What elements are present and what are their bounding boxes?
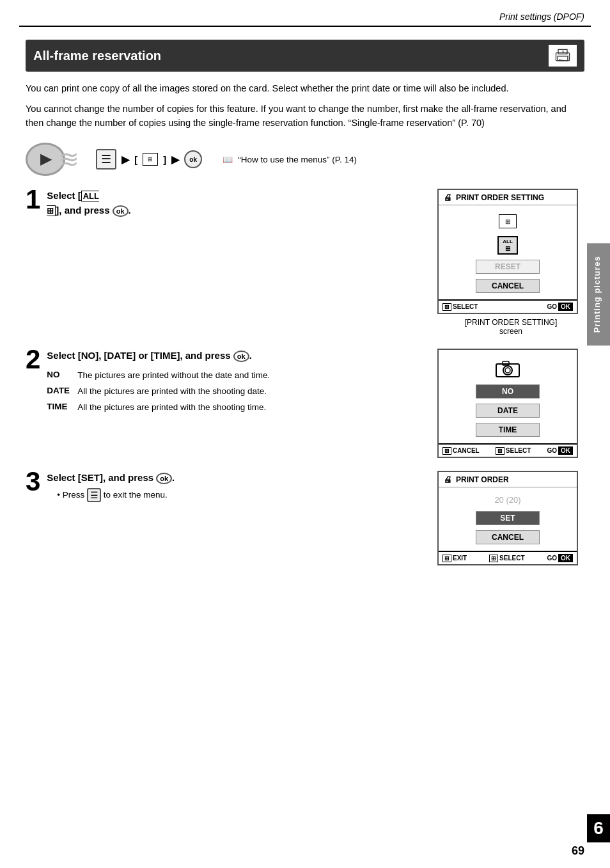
chapter-num-text: 6 <box>593 818 604 838</box>
header-title: Print settings (DPOF) <box>499 12 584 22</box>
screen-2-footer: ⊞ CANCEL ⊞ SELECT GO OK <box>439 443 577 457</box>
screen-3-footer: ⊞ EXIT ⊞ SELECT GO OK <box>439 551 577 564</box>
screen-2-select-icon: ⊞ <box>496 447 504 455</box>
step-1-text: Select [ALL⊞], and press ok. <box>47 189 130 217</box>
ok-button-icon: ok <box>184 150 202 168</box>
step-2-ok: ok <box>233 351 249 362</box>
main-content: All-frame reservation ALL ⊞ You can prin… <box>0 27 610 578</box>
screen-2-time-row: TIME <box>439 420 577 439</box>
screen-2-footer-select: ⊞ SELECT <box>496 447 531 455</box>
screen-3-exit-label: EXIT <box>453 555 467 562</box>
step-2-no-label: NO <box>47 370 72 379</box>
screen-1-body: ⊞ ALL ⊞ RESET CANCE <box>439 205 577 299</box>
step-2-time-label: TIME <box>47 402 72 411</box>
step-3-content: Select [SET], and press ok. • Press ☰ to… <box>47 471 175 502</box>
screen-1-cancel-btn: CANCEL <box>476 279 540 293</box>
body-paragraph-2: You cannot change the number of copies f… <box>26 102 584 130</box>
nav-row: ▶ ≋ ☰ ▶ [ ⊞ ] ▶ ok 📖 “How to use the men… <box>26 143 584 176</box>
screen-3-printer-icon: 🖨 <box>444 475 452 484</box>
frame-icon-bracket: ⊞ <box>143 153 158 166</box>
step-3-menu-icon: ☰ <box>87 488 101 502</box>
nav-hint: “How to use the menus” (P. 14) <box>238 155 357 164</box>
step-3-row: 3 Select [SET], and press ok. • Press ☰ … <box>26 471 584 565</box>
step-1-row: 1 Select [ALL⊞], and press ok. 🖨 PRINT O… <box>26 189 584 336</box>
step-3-bullet: • Press ☰ to exit the menu. <box>57 488 175 502</box>
screen-2-cancel-label: CANCEL <box>453 447 480 454</box>
svg-point-8 <box>505 368 510 373</box>
step-3-ok: ok <box>156 473 172 484</box>
step-1-label: Select [ <box>47 190 81 201</box>
screen-1-footer-select: ⊞ SELECT <box>442 303 478 311</box>
screen-2-mockup: NO DATE TIME ⊞ CANCEL <box>437 349 578 458</box>
steps-area: 1 Select [ALL⊞], and press ok. 🖨 PRINT O… <box>26 189 584 565</box>
screen-1-ok-label: OK <box>558 303 573 311</box>
step-2-text: Select [NO], [DATE] or [TIME], and press… <box>47 349 270 363</box>
screen-3-title-bar: 🖨 PRINT ORDER <box>439 472 577 487</box>
screen-3-set-btn: SET <box>476 511 540 525</box>
step-2-no-text: The pictures are printed without the dat… <box>77 370 270 382</box>
screen-2-date-row: DATE <box>439 401 577 420</box>
screen-3-number: 20 (20) <box>439 491 577 509</box>
screen-3-set-row: SET <box>439 509 577 528</box>
screen-3-select-label: SELECT <box>499 555 524 562</box>
screen-2-go-label: GO <box>547 447 557 454</box>
screen-3-select-icon: ⊞ <box>489 555 498 562</box>
screen-2-cancel-icon: ⊞ <box>442 447 451 455</box>
screen-3-cancel-btn: CANCEL <box>476 530 540 544</box>
screen-1-cancel-row: CANCEL <box>439 276 577 296</box>
screen-2-date-btn: DATE <box>476 404 540 418</box>
step-1-label2: ], and press <box>56 205 112 216</box>
step-3-text: Select [SET], and press ok. <box>47 471 175 485</box>
step-3-number: 3 <box>26 468 40 495</box>
nav-spacer <box>88 154 91 165</box>
screen-1-title-bar: 🖨 PRINT ORDER SETTING <box>439 190 577 205</box>
page-header: Print settings (DPOF) <box>0 0 610 26</box>
step-2-content: Select [NO], [DATE] or [TIME], and press… <box>47 349 270 417</box>
step-2-row: 2 Select [NO], [DATE] or [TIME], and pre… <box>26 349 584 458</box>
step-2-desc-time: TIME All the pictures are printed with t… <box>47 402 270 414</box>
screen-3-exit-icon: ⊞ <box>442 555 451 562</box>
screen-2-ok-label: OK <box>558 446 573 455</box>
screen-1-go-label: GO <box>547 303 557 310</box>
screen-1-title: PRINT ORDER SETTING <box>456 193 544 202</box>
nav-bracket-close: ] <box>163 154 166 165</box>
step-2-description: NO The pictures are printed without the … <box>47 370 270 414</box>
step-2-left: 2 Select [NO], [DATE] or [TIME], and pre… <box>26 349 425 417</box>
nav-arrow-1: ▶ <box>121 154 129 166</box>
zigzag-deco: ≋ <box>59 143 79 176</box>
step-2-time-text: All the pictures are printed with the sh… <box>77 402 266 414</box>
body-paragraph-1: You can print one copy of all the images… <box>26 82 584 96</box>
nav-play-icon-wrapper: ▶ ≋ <box>26 143 65 176</box>
svg-text:ALL: ALL <box>559 58 565 61</box>
chapter-number: 6 <box>587 814 610 842</box>
step-3-right: 🖨 PRINT ORDER 20 (20) SET CANCEL <box>437 471 584 565</box>
screen-1-caption-line2: screen <box>499 327 522 336</box>
step-2-desc-date: DATE All the pictures are printed with t… <box>47 386 270 398</box>
screen-1-reset-row: RESET <box>439 257 577 276</box>
screen-3-footer-go: GO OK <box>547 554 573 562</box>
screen-1-footer-go: GO OK <box>547 303 573 311</box>
screen-3-footer-select: ⊞ SELECT <box>489 555 524 562</box>
screen-1-select-label: SELECT <box>453 303 478 310</box>
step-2-right: NO DATE TIME ⊞ CANCEL <box>437 349 584 458</box>
book-ref-icon: 📖 <box>223 155 233 164</box>
step-1-left: 1 Select [ALL⊞], and press ok. <box>26 189 425 217</box>
screen-2-footer-cancel: ⊞ CANCEL <box>442 447 480 455</box>
section-header: All-frame reservation ALL ⊞ <box>26 40 584 72</box>
section-title: All-frame reservation <box>33 49 161 63</box>
screen-1-reset-btn: RESET <box>476 260 540 274</box>
svg-text:⊞: ⊞ <box>562 51 564 53</box>
screen-3-title: PRINT ORDER <box>456 475 509 484</box>
step-1-period: . <box>129 205 131 216</box>
screen-1-caption: [PRINT ORDER SETTING] screen <box>437 318 584 336</box>
screen-1-footer: ⊞ SELECT GO OK <box>439 299 577 313</box>
step-2-number: 2 <box>26 346 40 373</box>
screen-3-mockup: 🖨 PRINT ORDER 20 (20) SET CANCEL <box>437 471 578 565</box>
screen-2-body: NO DATE TIME <box>439 350 577 443</box>
menu-icon: ☰ <box>96 149 116 170</box>
step-2-desc-no: NO The pictures are printed without the … <box>47 370 270 382</box>
screen-1-single-icon: ⊞ <box>499 214 517 228</box>
screen-1-all-icon: ALL ⊞ <box>497 236 518 255</box>
page-number: 69 <box>572 844 584 858</box>
step-1-number: 1 <box>26 186 40 213</box>
